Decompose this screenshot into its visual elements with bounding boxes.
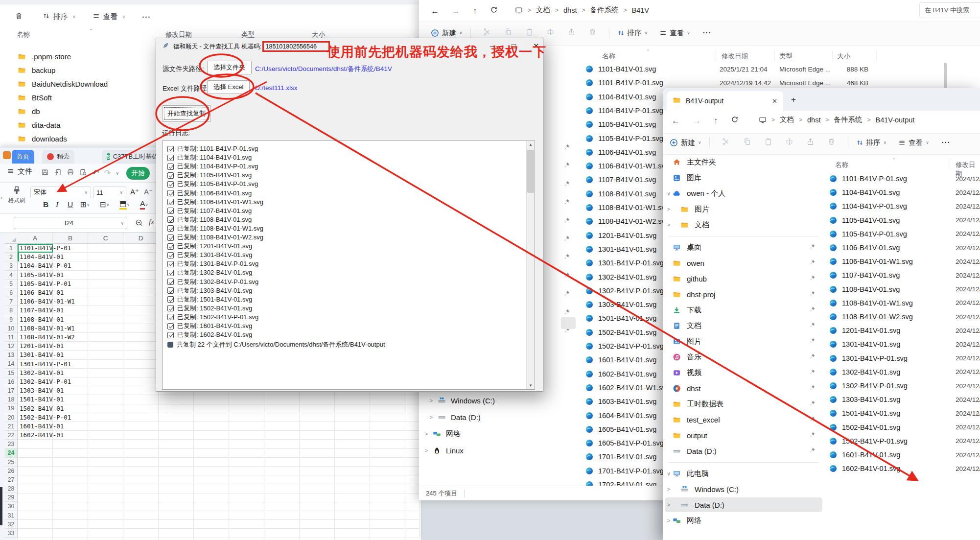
chevron-down-icon[interactable]: ∨ [665,190,673,197]
log-entry[interactable]: 已复制: 1108-B41V-01-W1.svg [167,224,263,233]
checkbox-checked-icon[interactable] [167,146,174,152]
file-row[interactable]: 1301-B41V-01.svg [585,243,656,256]
source-path-value[interactable]: C:/Users/victo/Documents/dhst/备件系统/B41V [255,65,392,73]
rename-button[interactable] [785,138,793,147]
sheet-cell[interactable]: 1108-B41V-01-W1 [20,324,75,333]
exportd-icon[interactable] [54,168,62,176]
file-row[interactable]: 1201-B41V-01.svg2024/12/ [829,324,900,337]
more-button[interactable]: ··· [703,29,712,37]
file-row[interactable]: 1101-B41V-01.svg2025/1/21 21:04Microsoft… [585,63,656,75]
sheet-cell[interactable]: 1106-B41V-01-W1 [20,297,75,306]
sheet-row-header[interactable]: 25 [5,458,17,467]
wps-start-ribbon-button[interactable]: 开始 [126,167,150,180]
sheet-row-header[interactable]: 1 [5,244,17,253]
sidebar-item-[interactable]: 桌面 [665,240,822,255]
file-row[interactable]: 1106-B41V-01.svg [585,146,656,159]
sheet-row-header[interactable]: 14 [5,359,17,368]
file-row[interactable]: 1108-B41V-01-W2.svg [585,215,669,228]
log-entry[interactable]: 已复制: 1106-B41V-01-W1.svg [167,198,263,207]
sheet-row-header[interactable]: 24 [5,448,17,457]
scroll-down-icon[interactable]: ▼ [527,383,535,388]
chevron-right-icon[interactable]: > [420,431,433,437]
folder-row[interactable]: .pnpm-store [18,50,71,62]
sheet-cell[interactable]: 1108-B41V-01-W2 [20,333,75,342]
log-entry[interactable]: 已复制: 1107-B41V-01.svg [167,207,252,215]
breadcrumb-item[interactable]: dhst [807,116,820,124]
sheet-cell[interactable]: 1104-B41V-01 [20,253,64,261]
checkbox-checked-icon[interactable] [167,314,174,320]
close-button[interactable]: ✕ [533,42,539,50]
sheet-cell[interactable]: 1106-B41V-01 [20,288,64,297]
font-decrease-icon[interactable]: A⁻ [144,188,153,196]
chevron-right-icon[interactable]: > [665,517,673,523]
run-log-list[interactable]: 已复制: 1101-B41V-P-01.svg已复制: 1104-B41V-01… [162,141,535,390]
column-header-name[interactable]: 名称 [17,30,30,39]
checkbox-checked-icon[interactable] [167,270,174,276]
checkbox-checked-icon[interactable] [167,155,174,161]
file-row[interactable]: 1101-B41V-P-01.svg2024/12/19 14:42Micros… [585,76,663,89]
file-row[interactable]: 1303-B41V-01.svg2024/12/ [829,393,900,406]
redo-icon[interactable]: ↷ [104,168,111,178]
trash-icon[interactable] [15,12,23,20]
tab-docer[interactable]: 稻壳 [42,150,74,164]
sidebar-item-[interactable]: >文档 [665,217,822,232]
print-icon[interactable] [67,168,74,178]
sidebar-item-dhstproj[interactable]: dhst-proj [665,287,822,302]
sheet-cell[interactable]: 1105-B41V-P-01 [20,280,71,288]
file-row[interactable]: 1105-B41V-01.svg [585,118,656,131]
folder-row[interactable]: backup [18,64,55,76]
sheet-row-header[interactable]: 21 [5,422,17,431]
file-row[interactable]: 1301-B41V-P-01.svg2024/12/ [829,352,908,365]
trash-button[interactable] [15,12,23,22]
breadcrumb-item[interactable]: 备件系统 [834,115,862,124]
log-entry[interactable]: 已复制: 1602-B41V-01.svg [167,330,252,339]
font-size-select[interactable]: 11∨ [93,187,126,198]
file-row[interactable]: 1107-B41V-01.svg [585,173,656,186]
sheet-cell[interactable]: 1101-B41V-P-01 [20,244,71,253]
log-entry[interactable]: 已复制: 1201-B41V-01.svg [167,242,252,251]
new-button[interactable]: 新建∨ [431,28,463,38]
undo-icon[interactable]: ↶ [92,168,99,178]
file-row[interactable]: 1108-B41V-01.svg [585,188,656,200]
file-row[interactable]: 1106-B41V-01-W1.svg [585,160,669,172]
sheet-row-header[interactable]: 19 [5,404,17,413]
chevron-right-icon[interactable]: > [425,398,438,403]
sheet-row-header[interactable]: 33 [5,529,17,538]
print-preview-icon[interactable] [79,168,87,178]
sidebar-item-[interactable]: 主文件夹 [665,155,822,169]
checkbox-checked-icon[interactable] [167,296,174,303]
sidebar-item-[interactable]: 文档 [665,318,822,333]
sidebar-item-[interactable]: ∨此电脑 [665,466,822,481]
sheet-row-header[interactable]: 22 [5,431,17,440]
file-row[interactable]: 1108-B41V-01-W2.svg2024/12/ [829,310,913,323]
sheet-cell[interactable]: 1601-B41V-01 [20,422,64,431]
sidebar-item-[interactable]: >网络 [665,513,822,528]
sheet-cell[interactable]: 1302-B41V-P-01 [20,377,71,386]
folder-row[interactable]: BaiduNetdiskDownload [18,78,108,90]
log-entry[interactable]: 已复制: 1104-B41V-P-01.svg [167,162,258,171]
fill-color-icon[interactable]: ⬒∨ [119,199,130,210]
file-row[interactable]: 1108-B41V-01-W1.svg2024/12/ [829,297,913,309]
format-painter-button[interactable]: 格式刷 [5,186,28,211]
refresh-icon[interactable] [731,116,739,123]
sheet-row-header[interactable]: 6 [5,288,17,297]
file-row[interactable]: 1302-B41V-01.svg2024/12/ [829,366,900,378]
checkbox-checked-icon[interactable] [167,323,174,329]
font-color-icon[interactable]: A∨ [140,199,148,210]
sheet-row-header[interactable]: 12 [5,342,17,351]
export-icon[interactable] [54,168,62,178]
log-entry[interactable]: 已复制: 1502-B41V-01.svg [167,304,252,313]
file-row[interactable]: 1603-B41V-01.svg [585,395,656,408]
sheet-column-header[interactable]: C [88,233,123,243]
file-row[interactable]: 1106-B41V-01-W1.svg2024/12/ [829,255,913,268]
sheet-row-header[interactable]: 28 [5,484,17,493]
back-icon[interactable]: ← [431,6,439,16]
paste-button[interactable] [525,28,534,38]
file-row[interactable]: 1302-B41V-P-01.svg [585,284,664,297]
file-row[interactable]: 1501-B41V-01.svg [585,312,656,325]
log-entry[interactable]: 已复制: 1108-B41V-01.svg [167,215,252,224]
delete-button[interactable] [827,138,836,147]
sheet-row-header[interactable]: 20 [5,413,17,422]
chevron-right-icon[interactable]: > [665,502,673,508]
checkbox-checked-icon[interactable] [167,287,174,294]
